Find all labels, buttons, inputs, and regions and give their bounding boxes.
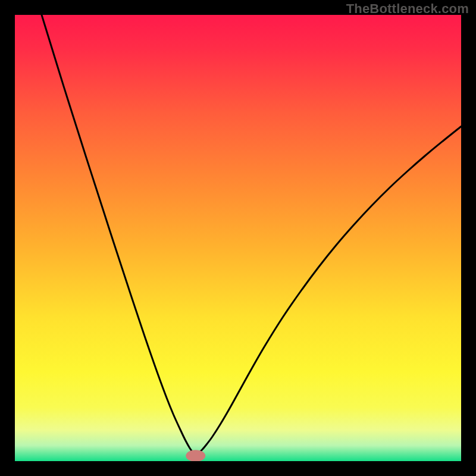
plot-area: [15, 15, 461, 461]
watermark-text: TheBottleneck.com: [346, 1, 469, 17]
bottleneck-curve-chart: [15, 15, 461, 461]
chart-frame: TheBottleneck.com: [0, 0, 476, 476]
optimal-marker: [186, 450, 205, 461]
